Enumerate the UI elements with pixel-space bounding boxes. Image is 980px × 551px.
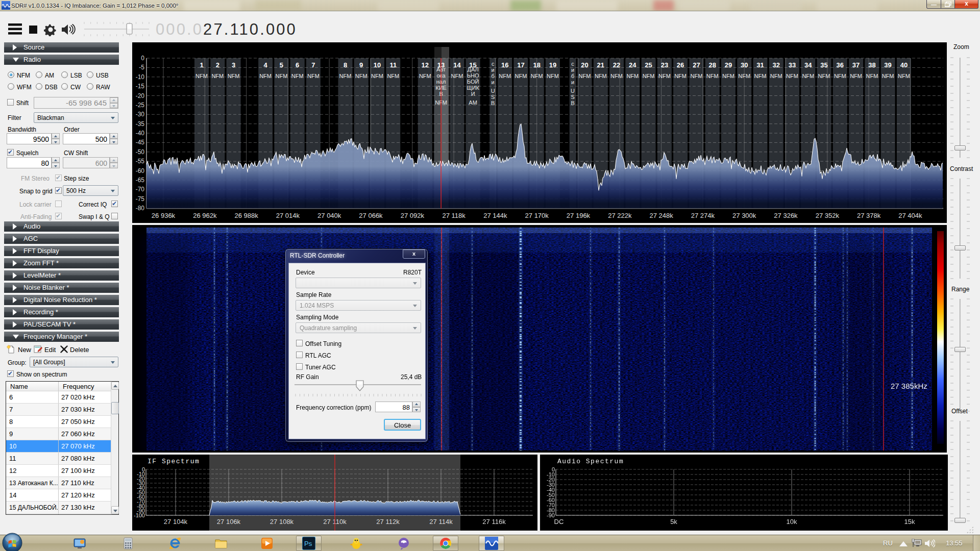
svg-text:25: 25: [645, 61, 652, 69]
svg-text:АМ: АМ: [469, 99, 477, 106]
svg-text:NFM: NFM: [738, 73, 750, 79]
svg-text:NFM: NFM: [754, 73, 767, 79]
svg-text:U: U: [571, 88, 575, 94]
svg-text:NFM: NFM: [307, 73, 320, 79]
svg-text:NFM: NFM: [371, 73, 383, 79]
svg-text:и: и: [571, 79, 574, 85]
svg-text:б: б: [571, 73, 574, 79]
svg-text:20: 20: [581, 61, 588, 69]
svg-text:19: 19: [549, 61, 556, 69]
svg-text:Audio Spectrum: Audio Spectrum: [557, 458, 624, 465]
svg-text:B: B: [571, 100, 574, 106]
svg-text:9: 9: [359, 61, 363, 69]
svg-text:14: 14: [453, 61, 461, 69]
svg-text:IF Spectrum: IF Spectrum: [148, 458, 200, 465]
svg-text:NFM: NFM: [722, 73, 734, 79]
svg-text:-20: -20: [136, 92, 145, 99]
svg-text:10: 10: [374, 61, 381, 69]
svg-text:-25: -25: [136, 102, 145, 109]
svg-text:11: 11: [389, 61, 397, 69]
svg-text:26: 26: [677, 61, 684, 69]
svg-text:7: 7: [311, 61, 315, 69]
svg-text:NFM: NFM: [802, 73, 814, 79]
svg-text:-60: -60: [136, 167, 145, 174]
svg-text:NFM: NFM: [387, 73, 399, 79]
svg-text:NFM: NFM: [419, 73, 431, 79]
svg-text:-40: -40: [136, 130, 145, 137]
svg-text:27 300k: 27 300k: [732, 212, 756, 219]
svg-text:27 106k: 27 106k: [217, 518, 241, 525]
svg-text:26 988k: 26 988k: [234, 212, 258, 219]
svg-text:NFM: NFM: [882, 73, 894, 79]
svg-text:32: 32: [772, 61, 779, 69]
svg-text:NFM: NFM: [770, 73, 782, 79]
svg-text:-70: -70: [136, 186, 145, 193]
svg-text:3: 3: [232, 61, 235, 69]
svg-text:4: 4: [263, 61, 267, 69]
svg-text:S: S: [491, 94, 495, 100]
svg-text:DC: DC: [554, 518, 564, 525]
svg-text:B: B: [491, 100, 495, 106]
svg-text:NFM: NFM: [579, 73, 591, 79]
svg-text:и: и: [492, 67, 495, 73]
svg-text:27 118k: 27 118k: [442, 212, 465, 219]
svg-text:-10: -10: [136, 73, 145, 81]
svg-text:27 066k: 27 066k: [359, 212, 383, 219]
svg-text:с: с: [492, 61, 495, 67]
svg-text:27 248k: 27 248k: [649, 212, 673, 219]
svg-text:NFM: NFM: [514, 73, 527, 79]
svg-text:-50: -50: [136, 148, 145, 156]
svg-text:27 326k: 27 326k: [774, 212, 798, 219]
svg-text:NFM: NFM: [339, 73, 352, 79]
svg-text:ЩИК: ЩИК: [467, 85, 479, 91]
svg-text:NFM: NFM: [818, 73, 830, 79]
svg-text:NFM: NFM: [706, 73, 719, 79]
svg-text:NFM: NFM: [499, 73, 511, 79]
svg-text:NFM: NFM: [786, 73, 798, 79]
svg-text:0: 0: [141, 55, 144, 62]
svg-text:16: 16: [501, 61, 508, 69]
svg-text:NFM: NFM: [355, 73, 368, 79]
svg-text:27 092k: 27 092k: [401, 212, 425, 219]
svg-text:Ps: Ps: [304, 540, 312, 547]
svg-text:NFM: NFM: [658, 73, 671, 79]
svg-text:NFM: NFM: [898, 73, 910, 79]
svg-text:22: 22: [613, 61, 620, 69]
svg-text:2: 2: [216, 61, 219, 69]
svg-text:-80: -80: [136, 205, 145, 212]
svg-text:-100: -100: [134, 512, 145, 518]
svg-text:27 196k: 27 196k: [567, 212, 591, 219]
svg-text:23: 23: [661, 61, 668, 69]
svg-text:-55: -55: [136, 158, 145, 165]
svg-text:6: 6: [296, 61, 299, 69]
svg-text:27 222k: 27 222k: [608, 212, 632, 219]
svg-text:27 104k: 27 104k: [164, 518, 188, 525]
svg-text:26 962k: 26 962k: [193, 212, 217, 219]
svg-text:17: 17: [517, 61, 524, 69]
svg-text:NFM: NFM: [850, 73, 862, 79]
svg-text:NFM: NFM: [595, 73, 607, 79]
svg-text:ЬНО: ЬНО: [467, 72, 479, 79]
svg-text:38: 38: [868, 61, 875, 69]
svg-text:NFM: NFM: [531, 73, 543, 79]
svg-text:NFM: NFM: [211, 73, 224, 79]
svg-text:27 040k: 27 040k: [317, 212, 341, 219]
svg-text:39: 39: [884, 61, 891, 69]
svg-text:31: 31: [756, 61, 764, 69]
svg-text:И: И: [471, 91, 475, 97]
svg-text:27 114k: 27 114k: [429, 518, 453, 525]
svg-text:NFM: NFM: [674, 73, 687, 79]
svg-text:27 112k: 27 112k: [376, 518, 400, 525]
svg-text:40: 40: [900, 61, 908, 69]
svg-text:-45: -45: [136, 139, 145, 146]
svg-text:-35: -35: [136, 120, 145, 128]
svg-text:28: 28: [708, 61, 716, 69]
svg-text:12: 12: [422, 61, 429, 69]
svg-text:27 116k: 27 116k: [482, 518, 506, 525]
svg-text:-30: -30: [136, 111, 145, 118]
svg-text:-5: -5: [139, 64, 144, 71]
svg-text:27: 27: [693, 61, 700, 69]
svg-text:33: 33: [789, 61, 796, 69]
svg-text:29: 29: [725, 61, 732, 69]
svg-text:27 108k: 27 108k: [270, 518, 294, 525]
